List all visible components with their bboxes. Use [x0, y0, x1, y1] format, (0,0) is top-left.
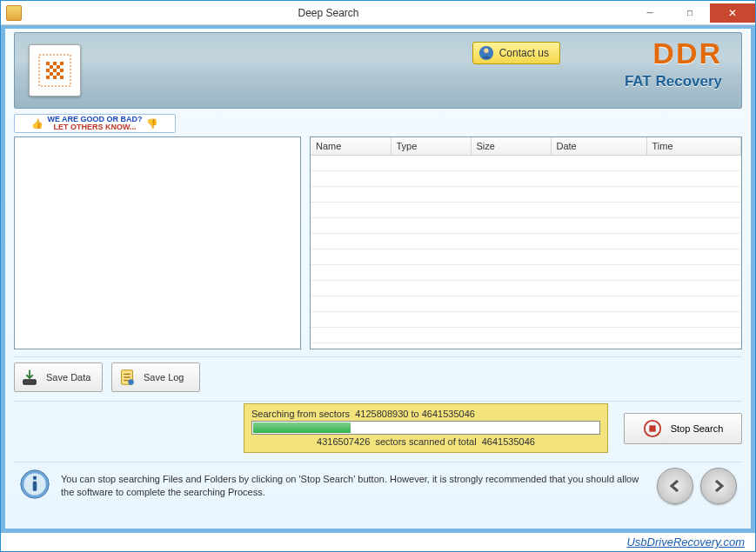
- person-icon: [478, 45, 494, 61]
- save-log-icon: [117, 368, 137, 387]
- file-table-panel: Name Type Size Date Time: [310, 136, 742, 349]
- window-title: Deep Search: [27, 7, 630, 19]
- folder-tree-panel[interactable]: [14, 136, 301, 349]
- contact-label: Contact us: [499, 47, 549, 59]
- close-button[interactable]: ✕: [710, 3, 755, 23]
- maximize-button[interactable]: [670, 3, 710, 23]
- app-window: Deep Search ✕: [0, 0, 756, 552]
- col-date[interactable]: Date: [551, 137, 646, 155]
- back-button[interactable]: [657, 468, 693, 504]
- col-type[interactable]: Type: [391, 137, 471, 155]
- brand-block: DDR FAT Recovery: [625, 38, 722, 90]
- titlebar: Deep Search ✕: [1, 1, 755, 25]
- table-row[interactable]: [311, 264, 741, 280]
- table-row[interactable]: [311, 233, 741, 249]
- window-controls: ✕: [630, 3, 755, 23]
- svg-rect-12: [53, 76, 57, 79]
- progress-bar: [251, 421, 600, 435]
- table-row[interactable]: [311, 186, 741, 202]
- table-row[interactable]: [311, 249, 741, 264]
- table-row[interactable]: [311, 311, 741, 327]
- banner: Contact us DDR FAT Recovery: [14, 32, 742, 109]
- chevron-left-icon: [666, 477, 684, 495]
- footer-link-row: UsbDriveRecovery.com: [1, 533, 755, 551]
- logo-box: [29, 44, 81, 96]
- minimize-button[interactable]: [630, 3, 670, 23]
- info-text: You can stop searching Files and Folders…: [61, 473, 646, 500]
- info-icon: [19, 469, 50, 503]
- to-sector: 4641535046: [422, 409, 475, 419]
- save-buttons-row: Save Data Save Log: [14, 356, 742, 396]
- table-row[interactable]: [311, 296, 741, 311]
- stop-icon: [643, 419, 662, 438]
- nav-buttons: [657, 468, 737, 504]
- col-name[interactable]: Name: [311, 137, 391, 155]
- table-row[interactable]: [311, 327, 741, 343]
- svg-rect-9: [50, 72, 53, 76]
- footer-link[interactable]: UsbDriveRecovery.com: [626, 535, 745, 549]
- save-data-label: Save Data: [46, 372, 90, 382]
- svg-rect-10: [57, 72, 60, 76]
- feedback-button[interactable]: 👍 WE ARE GOOD OR BAD? LET OTHERS KNOW...…: [14, 114, 176, 133]
- forward-button[interactable]: [700, 468, 737, 504]
- table-row[interactable]: [311, 217, 741, 233]
- scanned-sectors: 4316507426: [317, 436, 370, 447]
- file-table: Name Type Size Date Time: [311, 137, 741, 343]
- stop-search-label: Stop Search: [671, 423, 724, 434]
- table-row[interactable]: [311, 170, 741, 186]
- svg-rect-3: [60, 62, 64, 65]
- col-size[interactable]: Size: [471, 137, 551, 155]
- svg-rect-5: [57, 65, 60, 69]
- progress-line2: 4316507426 sectors scanned of total 4641…: [251, 436, 600, 447]
- thumbs-up-icon: 👍: [31, 119, 43, 129]
- save-data-icon: [20, 368, 39, 387]
- progress-row: Searching from sectors 4125808930 to 464…: [14, 401, 742, 456]
- svg-point-21: [128, 379, 133, 384]
- svg-rect-16: [23, 380, 37, 385]
- progress-line1: Searching from sectors 4125808930 to 464…: [251, 409, 600, 419]
- svg-rect-8: [60, 69, 64, 72]
- svg-rect-23: [649, 425, 655, 431]
- stop-search-button[interactable]: Stop Search: [624, 413, 742, 444]
- table-row[interactable]: [311, 155, 741, 170]
- brand-title: DDR: [625, 38, 722, 68]
- save-log-label: Save Log: [144, 372, 184, 382]
- table-row[interactable]: [311, 280, 741, 296]
- info-row: You can stop searching Files and Folders…: [14, 462, 742, 506]
- svg-rect-7: [53, 69, 57, 72]
- table-row[interactable]: [311, 202, 741, 217]
- progress-box: Searching from sectors 4125808930 to 464…: [244, 403, 608, 453]
- total-sectors: 4641535046: [482, 436, 535, 447]
- progress-bar-fill: [253, 422, 351, 433]
- svg-point-26: [33, 476, 37, 481]
- save-data-button[interactable]: Save Data: [14, 362, 103, 392]
- logo-icon: [37, 53, 72, 88]
- brand-subtitle: FAT Recovery: [625, 73, 722, 90]
- svg-rect-4: [50, 65, 53, 69]
- chevron-right-icon: [710, 477, 727, 495]
- file-table-body: [311, 155, 741, 343]
- svg-rect-13: [60, 76, 64, 79]
- svg-point-15: [484, 49, 488, 53]
- app-body: Contact us DDR FAT Recovery 👍 WE ARE GOO…: [1, 25, 755, 533]
- col-time[interactable]: Time: [646, 137, 741, 155]
- svg-rect-2: [53, 62, 57, 65]
- thumbs-down-icon: 👎: [146, 119, 158, 129]
- svg-rect-11: [46, 76, 50, 79]
- save-log-button[interactable]: Save Log: [111, 362, 200, 392]
- svg-rect-27: [33, 481, 37, 491]
- main-content-row: Name Type Size Date Time: [14, 136, 742, 349]
- contact-us-button[interactable]: Contact us: [472, 42, 560, 64]
- app-icon: [6, 5, 22, 21]
- feedback-line2: LET OTHERS KNOW...: [47, 123, 142, 131]
- from-sector: 4125808930: [355, 409, 408, 419]
- svg-rect-1: [46, 62, 50, 65]
- svg-rect-6: [46, 69, 50, 72]
